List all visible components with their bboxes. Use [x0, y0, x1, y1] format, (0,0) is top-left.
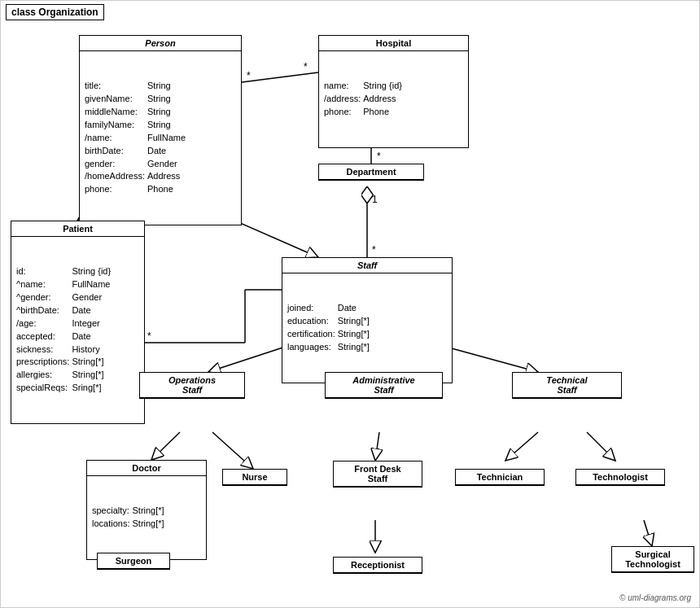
svg-line-26: [644, 520, 652, 546]
doctor-body: specialty:String[*] locations:String[*]: [87, 476, 206, 559]
surgical-technologist-title: Surgical Technologist: [612, 547, 693, 572]
technical-staff-box: Technical Staff: [512, 372, 622, 399]
doctor-box: Doctor specialty:String[*] locations:Str…: [86, 460, 207, 560]
svg-line-0: [242, 72, 318, 82]
operations-staff-box: Operations Staff: [139, 372, 245, 399]
person-box: Person title:String givenName:String mid…: [79, 35, 242, 225]
svg-text:*: *: [372, 244, 376, 256]
svg-text:*: *: [247, 70, 251, 81]
hospital-box: Hospital name:String {id} /address:Addre…: [318, 35, 469, 148]
nurse-box: Nurse: [222, 469, 287, 486]
svg-line-19: [151, 432, 180, 460]
surgeon-title: Surgeon: [98, 553, 169, 569]
department-title: Department: [319, 164, 423, 180]
svg-text:1: 1: [372, 194, 378, 205]
staff-body: joined:Date education:String[*] certific…: [282, 273, 452, 383]
svg-text:*: *: [377, 151, 381, 162]
surgical-technologist-box: Surgical Technologist: [611, 546, 694, 573]
technologist-box: Technologist: [575, 469, 665, 486]
operations-staff-title: Operations Staff: [140, 373, 244, 398]
staff-title: Staff: [282, 258, 452, 273]
hospital-title: Hospital: [319, 36, 468, 51]
svg-line-21: [375, 432, 379, 461]
technician-box: Technician: [455, 469, 545, 486]
front-desk-staff-title: Front Desk Staff: [334, 461, 422, 487]
patient-title: Patient: [11, 221, 144, 237]
technologist-title: Technologist: [576, 470, 664, 485]
nurse-title: Nurse: [223, 470, 287, 485]
patient-body: id:String {id} ^name:FullName ^gender:Ge…: [11, 237, 144, 423]
copyright-label: © uml-diagrams.org: [619, 593, 691, 602]
receptionist-title: Receptionist: [334, 558, 422, 573]
patient-box: Patient id:String {id} ^name:FullName ^g…: [11, 221, 145, 424]
person-body: title:String givenName:String middleName…: [80, 51, 241, 225]
hospital-body: name:String {id} /address:Address phone:…: [319, 51, 468, 147]
administrative-staff-box: Administrative Staff: [325, 372, 443, 399]
receptionist-box: Receptionist: [333, 557, 422, 574]
svg-line-20: [212, 432, 253, 469]
doctor-title: Doctor: [87, 461, 206, 476]
svg-line-23: [587, 432, 615, 461]
svg-text:*: *: [304, 61, 308, 72]
svg-text:*: *: [147, 330, 151, 342]
staff-box: Staff joined:Date education:String[*] ce…: [282, 257, 453, 383]
surgeon-box: Surgeon: [97, 553, 170, 570]
diagram-title: class Organization: [6, 4, 104, 20]
front-desk-staff-box: Front Desk Staff: [333, 461, 422, 488]
technician-title: Technician: [456, 470, 544, 485]
administrative-staff-title: Administrative Staff: [326, 373, 442, 398]
uml-diagram: class Organization * * 1 *: [0, 0, 700, 608]
svg-line-22: [505, 432, 538, 461]
department-box: Department: [318, 164, 424, 181]
person-title: Person: [80, 36, 241, 51]
technical-staff-title: Technical Staff: [513, 373, 621, 398]
